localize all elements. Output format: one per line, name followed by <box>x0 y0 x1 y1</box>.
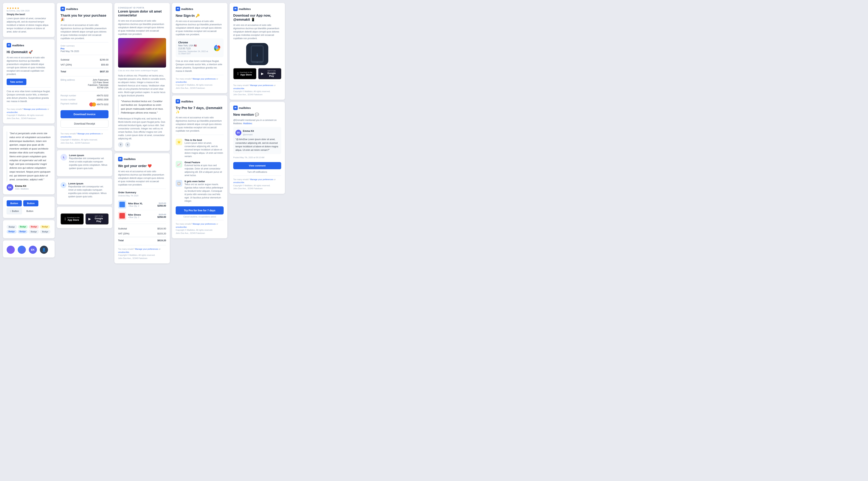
google-play-top: GET IT ON <box>265 70 278 72</box>
signin-manage-link[interactable]: Manage your preferences <box>193 78 216 80</box>
comment-box: EK Emma Kit @emmakit "@JohnDoe Lorem ips… <box>233 127 281 154</box>
notif-star-icon: ★ <box>61 182 66 188</box>
stars: ★★★★★ <box>7 7 51 9</box>
turn-off-notifications-link[interactable]: Turn off notifications <box>233 171 281 173</box>
badge-7: Badge <box>29 230 39 234</box>
btn-4[interactable]: Button <box>24 208 36 214</box>
pro-unsub-link[interactable]: unsubscribe. <box>176 226 187 228</box>
signin-title: New Sign-In 🔑 <box>176 14 224 18</box>
notif-avatar-1: L <box>61 154 67 160</box>
phone-device-svg: ↓ <box>250 45 265 63</box>
item2-sale: $258.00 <box>157 216 166 218</box>
order-manage-link[interactable]: Manage your preferences <box>135 248 158 250</box>
billing-name: John Fakename <box>88 79 108 81</box>
receipt-unsub-link[interactable]: unsubscribe. <box>61 136 72 138</box>
blog-title: Lorem ipsum dolor sit amet consectetur <box>118 9 166 17</box>
blog-quote: "Vivamus tincidunt lectus est. Curabitur… <box>118 99 166 115</box>
mention-unsub-link[interactable]: unsubscribe. <box>233 181 245 183</box>
notif-name-1: Lorem ipsum <box>69 154 108 157</box>
author-name: Emma Kit <box>15 185 29 187</box>
device-illustration: ↓ <box>246 43 268 65</box>
notification-card-1: L Lorem ipsum Repudiandae sint consequun… <box>57 150 112 176</box>
take-action-button[interactable]: Take action <box>7 79 26 85</box>
google-play-main: Google Play <box>265 72 278 77</box>
quote-text: "Sed ut perspiciatis unde omnis iste nat… <box>7 131 51 181</box>
feature-2-icon: 📈 <box>176 161 182 168</box>
google-main-text: Google Play <box>92 217 105 222</box>
brand-icon <box>7 43 11 48</box>
item1-name: Nike Blue XL <box>128 202 156 205</box>
brand-name-order: mailbites <box>124 157 136 160</box>
brand-name-app: mailbites <box>239 7 251 10</box>
billing-label: Billing address <box>61 79 75 81</box>
try-pro-button[interactable]: Try Pro for free for 7 days <box>176 206 224 214</box>
order-intro: At vero eos et accusamus et iusto odio d… <box>118 170 166 186</box>
receipt-address: John Doe Ave., 32349 Faketown <box>61 141 108 145</box>
paid-date: Paid May 7th 2020 <box>61 50 108 53</box>
mention-manage-link[interactable]: Manage your preferences <box>250 178 273 181</box>
mailbites-link[interactable]: Mailbites <box>243 122 252 125</box>
item1-original: $129.00 <box>157 202 166 204</box>
chrome-browser-icon <box>213 43 221 53</box>
download-receipt-button[interactable]: Download Receipt <box>61 120 108 127</box>
receipt-manage-link[interactable]: Manage your preferences <box>78 132 100 135</box>
feature-1-icon: ⭐ <box>176 139 182 145</box>
try-pro-intro: At vero eos et accusamus et iusto odio d… <box>176 116 224 132</box>
google-top-text: GET IT ON <box>92 215 105 217</box>
mention-copyright: Copyright © Mailbites. All rights reserv… <box>233 184 281 187</box>
mention-address: John Doe Ave., 32349 Faketown <box>233 187 281 190</box>
device-datetime: Saturday, September 24, 2022 at 11:30am … <box>178 50 213 55</box>
btn-3[interactable]: ↑ Button <box>7 208 22 214</box>
order-subtotal-label: Subtotal <box>118 227 127 230</box>
notif-body-1: Repudiandae sint consequuntur vel. Amet … <box>69 157 108 170</box>
badge-4: Badge <box>40 225 50 229</box>
billing-city: Faketown, Fakestate <box>88 84 108 86</box>
facebook-icon[interactable]: f <box>118 142 123 147</box>
avatar-2 <box>18 246 26 254</box>
review-title: Simply the best! <box>7 13 51 16</box>
app-unsub-link[interactable]: unsubscribe. <box>233 87 245 90</box>
feature-2: 📈 Great Feature Euismod lacinia at quis … <box>176 159 224 179</box>
review-body: Lorem ipsum dolor sit amet, consectetur … <box>7 17 51 33</box>
author-title: CEO, Mailbites <box>15 187 29 190</box>
brand-name-signin: mailbites <box>181 7 193 10</box>
share-icon: ↑ <box>10 210 11 212</box>
google-play-store-icon: ▶ <box>261 71 264 76</box>
mention-subtitle: @EmmaKit mentioned you in a comment on M… <box>233 119 281 125</box>
brand-name-receipt: mailbites <box>66 7 78 10</box>
google-play-button[interactable]: ▶ GET IT ON Google Play <box>258 68 281 79</box>
unsubscribe-link[interactable]: unsubscribe. <box>7 111 18 113</box>
brand-icon-pro <box>176 99 180 103</box>
receipt-num-label: Receipt number <box>61 94 76 97</box>
blog-intro: At vero eos et accusamus et iusto odio d… <box>118 19 166 36</box>
receipt-footnote: Too many emails? Manage your preferences… <box>61 132 108 138</box>
try-pro-card: mailbites Try Pro for 7 days, @emmakit ✨… <box>172 95 227 238</box>
app-manage-link[interactable]: Manage your preferences <box>250 84 273 86</box>
mention-card: mailbites New mention 💬 @EmmaKit mention… <box>229 102 285 194</box>
twitter-icon[interactable]: t <box>125 142 130 147</box>
item1-sale: $258.00 <box>157 204 166 207</box>
google-play-icon: ▶ <box>88 217 91 221</box>
pro-manage-link[interactable]: Manage your preferences <box>193 223 216 225</box>
signin-unsub-link[interactable]: unsubscribe. <box>176 81 187 83</box>
total-value: $837.33 <box>100 70 108 73</box>
item2-original: $129.00 <box>157 213 166 216</box>
badge-1: Badge <box>7 225 17 229</box>
download-invoice-button[interactable]: Download Invoice <box>61 110 108 118</box>
app-copyright: Copyright © Mailbites. All rights reserv… <box>233 90 281 93</box>
view-comment-button[interactable]: View comment <box>233 162 281 169</box>
comment-text: "@JohnDoe Lorem ipsum dolor sit amet, co… <box>236 138 279 152</box>
mention-footnote: Too many emails? Manage your preferences… <box>233 178 281 184</box>
google-play-button-col2[interactable]: ▶ GET IT ON Google Play <box>86 213 108 224</box>
pro-footnote: Too many emails? Manage your preferences… <box>176 222 224 229</box>
order-unsub-link[interactable]: unsubscribe. <box>118 251 129 253</box>
order-total-label: Total <box>118 239 124 242</box>
manage-preferences-link[interactable]: Manage your preferences <box>24 108 47 110</box>
total-label: Total <box>61 70 66 73</box>
btn-1[interactable]: Button <box>7 200 22 206</box>
btn-2[interactable]: Button <box>23 200 38 206</box>
apple-store-button-col2[interactable]:  Download on the App Store <box>61 213 84 224</box>
greeting: Hi @emmakit 🚀 <box>7 50 51 54</box>
receipt-intro: At vero eos et accusamus et iusto odio d… <box>61 24 108 40</box>
apple-store-button[interactable]:  Download on the App Store <box>233 68 256 79</box>
